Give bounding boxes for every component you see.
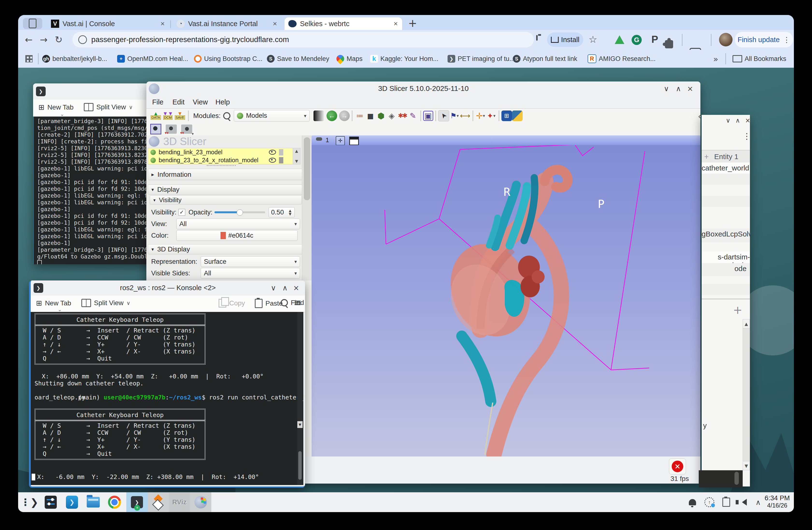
tab-organize-button[interactable] [23, 18, 42, 29]
toolbar-extender-icon[interactable]: ⌄ [60, 111, 64, 117]
window-level-icon[interactable] [314, 111, 324, 121]
updates-tray-icon[interactable]: ↑ [702, 492, 716, 512]
panel-splitter-handle[interactable] [207, 165, 236, 167]
history-forward-icon[interactable]: → [339, 111, 350, 121]
bookmark-pet-imaging[interactable]: ❯ PET imaging of tu... [448, 50, 515, 68]
maximize-icon[interactable]: ∧ [736, 117, 740, 124]
threed-viewport[interactable]: R P [311, 145, 700, 457]
scene-views-icon[interactable]: ▾▾ [166, 125, 177, 134]
tab-selkies-active[interactable]: Selkies - webrtc × [285, 17, 402, 30]
bookmark-openmd[interactable]: + OpenMD.com Heal... [117, 50, 188, 68]
clipboard-icon[interactable] [536, 35, 538, 41]
close-icon[interactable]: × [293, 284, 299, 292]
entity-row-plugin[interactable]: s-dartsim-plugin [701, 251, 750, 265]
tab-vastai-console[interactable]: V Vast.ai | Console × [47, 17, 169, 30]
volume-rendering-icon[interactable]: ◼ [365, 111, 376, 121]
split-view-button[interactable]: Split View ∨ [82, 299, 130, 307]
bookmark-mendeley[interactable]: S Save to Mendeley [267, 50, 329, 68]
tab-close-icon[interactable]: × [273, 19, 277, 28]
opacity-slider-handle[interactable] [237, 209, 243, 216]
tab-close-icon[interactable]: × [160, 19, 165, 28]
pin-icon[interactable] [316, 137, 322, 141]
load-data-button[interactable]: ▲ DATA [150, 110, 162, 122]
minimize-icon[interactable]: ∨ [664, 84, 669, 93]
new-tab-button[interactable]: ⊞ New Tab [36, 299, 71, 307]
minimize-icon[interactable]: ∨ [271, 284, 276, 292]
new-tab-button[interactable]: + [408, 17, 417, 29]
menu-help[interactable]: Help [215, 98, 230, 106]
slicer-titlebar[interactable]: 3D Slicer 5.10.0-2025-11-10 ∨ ∧ × [146, 82, 700, 96]
mouse-interaction-button[interactable]: ➤ [438, 110, 449, 121]
add-entity-button[interactable]: + [733, 304, 742, 317]
menu-edit[interactable]: Edit [172, 98, 185, 106]
scrollbar-thumb[interactable] [298, 451, 302, 480]
konsole-task-active[interactable]: ❯ + [126, 492, 148, 512]
extensions-manager-icon[interactable]: ⊞ [502, 111, 512, 121]
mesh-icon[interactable]: ◈ [387, 111, 397, 121]
bookmark-maps[interactable]: Maps [336, 50, 363, 68]
close-icon[interactable]: × [687, 84, 693, 93]
visibility-eye-icon[interactable] [269, 150, 276, 155]
volume-tray-icon[interactable] [735, 492, 750, 512]
paste-button[interactable]: Paste [255, 299, 283, 308]
file-manager-launcher[interactable] [84, 492, 103, 512]
reload-icon[interactable]: ↻ [55, 34, 62, 45]
menu-file[interactable]: File [152, 98, 163, 106]
app-launcher-button[interactable]: ⋮❯ [20, 492, 39, 512]
terminal-scrollbar[interactable]: ▼ [297, 312, 303, 485]
bookmark-github[interactable]: gh benbalter/jekyll-b... [42, 50, 107, 68]
minimize-icon[interactable]: ∨ [726, 117, 730, 124]
expand-plus-icon[interactable]: + [704, 153, 709, 160]
model-row[interactable]: bending_23_to_24_x_rotation_model [148, 156, 293, 164]
forward-icon[interactable]: → [40, 34, 47, 45]
entity-row-world[interactable]: catheter_world [701, 163, 750, 175]
finish-update-button[interactable]: Finish update ⋮ [735, 32, 793, 47]
bookmark-kaggle[interactable]: k Kaggle: Your Hom... [370, 50, 438, 68]
menu-view[interactable]: View [193, 98, 208, 106]
browser-menu-kebab-icon[interactable]: ⋮ [783, 36, 790, 44]
gazebo-task[interactable] [148, 492, 169, 512]
new-tab-button[interactable]: ⊞ New Tab [39, 103, 74, 111]
display-section-header[interactable]: ▾ Display [148, 184, 304, 195]
install-button[interactable]: Install [547, 32, 583, 47]
site-settings-icon[interactable] [78, 35, 87, 44]
module-search-icon[interactable] [223, 112, 230, 120]
scene-capture-icon[interactable] [150, 124, 161, 135]
visible-sides-dropdown[interactable]: All ▾ [201, 268, 300, 279]
toolbar-extender-icon[interactable]: ⌄ [58, 307, 62, 312]
notifications-bell-icon[interactable] [685, 492, 700, 512]
bookmark-atypon[interactable]: S Atypon full text link [513, 50, 577, 68]
entity-row-solver[interactable]: gBoxedLcpSolver [701, 228, 750, 242]
back-icon[interactable]: ← [25, 34, 33, 45]
tab-close-icon[interactable]: × [393, 19, 398, 28]
model-row[interactable]: bending_link_23_model [148, 148, 293, 156]
close-icon[interactable]: × [745, 117, 750, 124]
annotate-pen-icon[interactable]: ✎ [408, 111, 418, 121]
konsole2-terminal[interactable]: Catheter Keyboard Teleop W / S → Insert … [31, 312, 303, 485]
slicer-task[interactable] [190, 492, 211, 512]
maximize-icon[interactable]: ∧ [282, 284, 288, 292]
visibility-checkbox[interactable]: ✓ [178, 209, 185, 216]
scrollbar-thumb[interactable] [735, 472, 739, 485]
bookmarks-overflow-icon[interactable]: » [713, 54, 718, 64]
chrome-launcher[interactable] [105, 492, 124, 512]
threed-display-section-header[interactable]: ▾ 3D Display [148, 244, 304, 254]
module-panel-scrollbar[interactable] [302, 135, 312, 280]
bookmark-star-icon[interactable]: ☆ [589, 34, 597, 45]
grammarly-extension-icon[interactable]: G [632, 35, 642, 45]
scrollbar-thumb[interactable] [304, 137, 310, 200]
place-fiducial-icon[interactable]: ⚑▾ [449, 111, 460, 121]
models-icon[interactable]: ⬢ [376, 111, 387, 121]
history-back-icon[interactable]: ← [327, 111, 337, 121]
all-bookmarks-button[interactable]: All Bookmarks [733, 50, 786, 68]
konsole2-titlebar[interactable]: ❯ ros2_ws : ros2 — Konsole <2> ∨ ∧ × [31, 280, 305, 295]
representation-dropdown[interactable]: Surface ▾ [201, 256, 300, 267]
subject-hierarchy-icon[interactable]: ≔ [354, 111, 365, 121]
modules-dropdown[interactable]: Models ▾ [234, 110, 310, 122]
panel-scrollbar[interactable]: ▲ ▼ [743, 319, 750, 470]
tray-expander-icon[interactable]: ∧ [751, 492, 765, 512]
model-color-swatch[interactable] [279, 157, 283, 164]
save-button[interactable]: ▼ SAVE [174, 110, 186, 122]
crosshair-icon[interactable]: ✛▾ [475, 111, 486, 121]
apps-grid-icon[interactable] [25, 55, 33, 62]
